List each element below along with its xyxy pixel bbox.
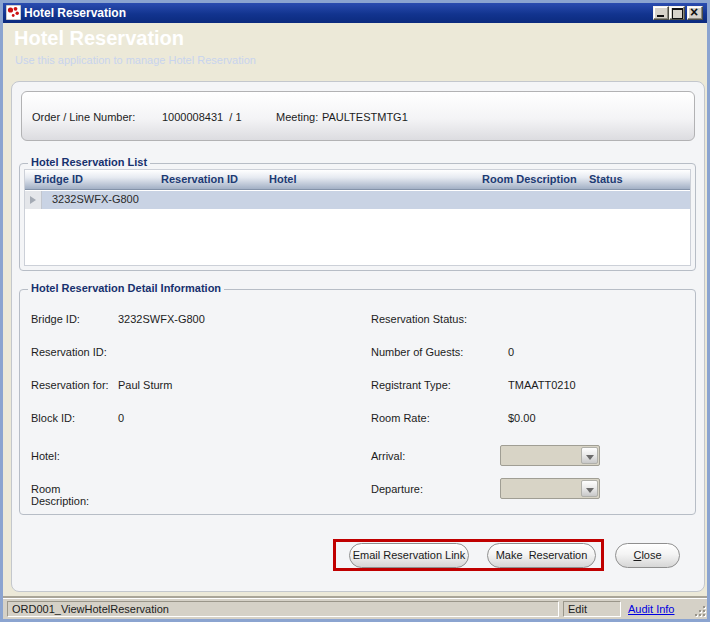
email-reservation-link-button[interactable]: Email Reservation Link xyxy=(349,543,469,568)
status-audit-panel: Audit Info xyxy=(624,601,688,617)
number-of-guests-value: 0 xyxy=(508,346,514,358)
block-id-value: 0 xyxy=(118,412,124,424)
title-bar[interactable]: Hotel Reservation xyxy=(3,3,707,23)
page-banner: Hotel Reservation Use this application t… xyxy=(3,23,707,78)
audit-info-link[interactable]: Audit Info xyxy=(628,603,674,615)
room-description-label: Room Description: xyxy=(31,483,121,507)
page-title: Hotel Reservation xyxy=(14,27,184,50)
meeting-value: PAULTESTMTG1 xyxy=(322,111,408,123)
arrival-label: Arrival: xyxy=(371,450,405,462)
registrant-type-value: TMAATT0210 xyxy=(508,379,576,391)
column-header-room-description[interactable]: Room Description xyxy=(482,173,577,185)
registrant-type-label: Registrant Type: xyxy=(371,379,451,391)
arrival-dropdown[interactable] xyxy=(500,445,600,466)
departure-label: Departure: xyxy=(371,483,423,495)
reservation-grid: Bridge ID Reservation ID Hotel Room Desc… xyxy=(24,169,691,266)
reservation-status-label: Reservation Status: xyxy=(371,313,467,325)
minimize-icon[interactable] xyxy=(653,6,669,20)
order-line-number-label: Order / Line Number: xyxy=(32,111,135,123)
reservation-for-value: Paul Sturm xyxy=(118,379,172,391)
column-header-status[interactable]: Status xyxy=(589,173,623,185)
close-icon[interactable] xyxy=(687,6,703,20)
cell-bridge-id: 3232SWFX-G800 xyxy=(52,193,139,205)
status-bar: ORD001_ViewHotelReservation Edit Audit I… xyxy=(3,598,707,619)
column-header-bridge-id[interactable]: Bridge ID xyxy=(34,173,83,185)
resize-grip-icon[interactable] xyxy=(693,604,705,616)
maximize-icon[interactable] xyxy=(669,6,685,20)
order-info-bar: Order / Line Number: 1000008431 / 1 Meet… xyxy=(21,91,695,141)
close-button[interactable]: Close xyxy=(615,543,680,568)
chevron-down-icon[interactable] xyxy=(581,480,598,497)
chevron-down-icon[interactable] xyxy=(581,447,598,464)
page-subtitle: Use this application to manage Hotel Res… xyxy=(15,54,256,66)
column-header-reservation-id[interactable]: Reservation ID xyxy=(161,173,238,185)
departure-dropdown[interactable] xyxy=(500,478,600,499)
room-rate-label: Room Rate: xyxy=(371,412,430,424)
row-selector-arrow-icon[interactable] xyxy=(25,191,42,209)
meeting-label: Meeting: xyxy=(276,111,318,123)
bridge-id-value: 3232SWFX-G800 xyxy=(118,313,205,325)
status-context: ORD001_ViewHotelReservation xyxy=(7,601,559,617)
column-header-hotel[interactable]: Hotel xyxy=(269,173,297,185)
make-reservation-button[interactable]: Make Reservation xyxy=(487,543,596,568)
reservation-for-label: Reservation for: xyxy=(31,379,121,391)
block-id-label: Block ID: xyxy=(31,412,121,424)
table-row[interactable]: 3232SWFX-G800 xyxy=(25,191,690,209)
grid-header-row: Bridge ID Reservation ID Hotel Room Desc… xyxy=(25,170,690,190)
reservation-list-title: Hotel Reservation List xyxy=(28,156,150,168)
bridge-id-label: Bridge ID: xyxy=(31,313,121,325)
window-title: Hotel Reservation xyxy=(24,6,126,20)
status-mode-badge: Edit xyxy=(563,601,621,617)
reservation-id-label: Reservation ID: xyxy=(31,346,121,358)
app-icon xyxy=(6,5,21,20)
close-button-label: lose xyxy=(641,549,661,561)
room-rate-value: $0.00 xyxy=(508,412,536,424)
order-line-number-value: 1000008431 / 1 xyxy=(162,111,242,123)
hotel-label: Hotel: xyxy=(31,450,121,462)
number-of-guests-label: Number of Guests: xyxy=(371,346,463,358)
hotel-reservation-window: Hotel Reservation Hotel Reservation Use … xyxy=(0,0,710,622)
detail-title: Hotel Reservation Detail Information xyxy=(28,282,224,294)
